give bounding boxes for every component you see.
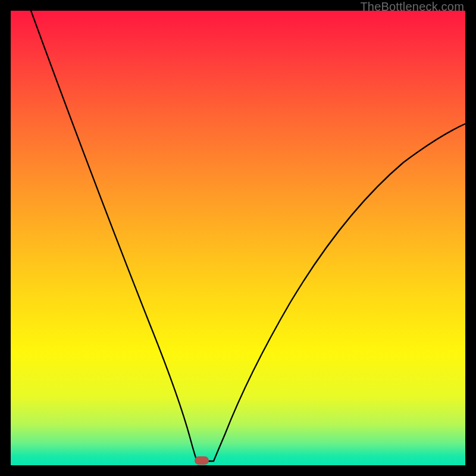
plot-area [11, 11, 465, 465]
bottleneck-curve [11, 11, 465, 465]
watermark-text: TheBottleneck.com [360, 0, 464, 14]
optimal-marker [195, 456, 209, 465]
chart-frame: TheBottleneck.com [0, 0, 476, 476]
